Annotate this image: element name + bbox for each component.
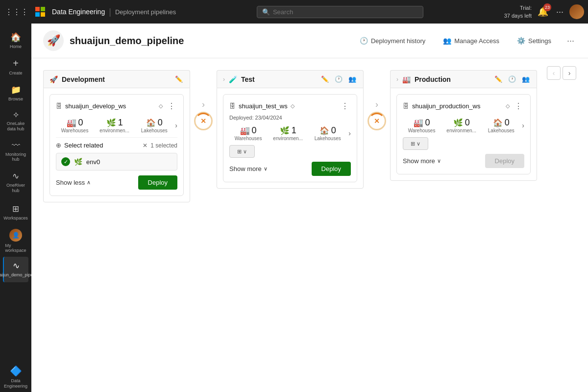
prod-compare-icon[interactable]: 👥	[521, 74, 531, 84]
select-related-label: Select related	[64, 142, 140, 149]
dev-workspace-menu[interactable]: ⋮	[166, 100, 177, 112]
user-avatar[interactable]	[569, 4, 584, 19]
compare-btn-prod[interactable]: ⊞ ∨	[403, 137, 428, 150]
warehouse-stat-icon-prod: 🏭	[414, 118, 423, 127]
stage-test: › 🧪 Test ✏️ 🕐 👥 🗄 shuaijun_test_ws ◇	[217, 70, 364, 189]
test-stage-arrow: ›	[223, 76, 225, 83]
selected-count-dev: 1 selected	[150, 142, 177, 149]
dev-diamond-icon: ◇	[159, 103, 163, 109]
sidebar-label-workspaces: Workspaces	[3, 216, 27, 220]
topbar-subtitle: Deployment pipelines	[115, 8, 176, 16]
show-more-btn-test[interactable]: Show more ∨	[229, 163, 268, 174]
workspace-header-dev: 🗄 shuaijun_develop_ws ◇ ⋮	[56, 100, 177, 112]
show-more-btn-prod[interactable]: Show more ∨	[403, 155, 441, 167]
workspace-name-dev: shuaijun_develop_ws	[65, 102, 156, 110]
sidebar-item-monitoring[interactable]: 〰 Monitoringhub	[3, 138, 28, 166]
sidebar-item-pipeline[interactable]: ∿ shuaijun_demo_pipeline	[3, 257, 28, 282]
sidebar-item-browse[interactable]: 📁 Browse	[3, 80, 28, 106]
stat-warehouses-dev: 🏭 0 Warehouses	[56, 118, 94, 133]
dev-edit-icon[interactable]: ✏️	[174, 74, 184, 84]
workspace-header-prod: 🗄 shuaijun_production_ws ◇ ⋮	[403, 100, 524, 112]
sidebar-item-my-workspace[interactable]: 👤 Myworkspace	[3, 226, 28, 256]
nav-next[interactable]: ›	[563, 66, 576, 80]
env-icon-dev: 🌿	[74, 158, 82, 166]
oneriver-icon: ∿	[12, 171, 19, 181]
warehouse-stat-icon-test: 🏭	[240, 126, 250, 135]
sidebar-item-home[interactable]: 🏠 Home	[3, 27, 28, 53]
settings-label: Settings	[528, 37, 551, 45]
stat-lakehouses-test: 🏠 0 Lakehouses	[309, 125, 346, 141]
test-workspace-menu[interactable]: ⋮	[339, 100, 351, 112]
workspace-icon-prod: 🗄	[403, 102, 409, 110]
settings-btn[interactable]: ⚙️ Settings	[513, 35, 555, 47]
env-label-prod: environmen...	[446, 128, 476, 133]
deploy-btn-dev[interactable]: Deploy	[138, 175, 177, 190]
prod-clock-icon[interactable]: 🕐	[507, 74, 517, 84]
deploy-btn-test[interactable]: Deploy	[312, 162, 351, 176]
deployment-history-btn[interactable]: 🕐 Deployment history	[356, 35, 429, 47]
status-spinner-test: ✕	[368, 112, 386, 130]
topbar-divider: |	[109, 7, 111, 17]
show-less-btn-dev[interactable]: Show less ∧	[56, 177, 91, 188]
search-box[interactable]: 🔍	[257, 6, 423, 18]
env-stat-icon-prod: 🌿	[453, 118, 463, 127]
prod-stage-icon: 🏭	[402, 75, 411, 83]
browse-icon: 📁	[11, 85, 21, 95]
close-selected-icon[interactable]: ✕	[143, 142, 147, 149]
stage-header-production: › 🏭 Production ✏️ 🕐 👥	[390, 70, 537, 88]
stage-body-development: 🗄 shuaijun_develop_ws ◇ ⋮ 🏭 0	[43, 88, 190, 202]
stage-body-production: 🗄 shuaijun_production_ws ◇ ⋮ 🏭 0	[390, 88, 537, 181]
show-more-label-test: Show more	[229, 165, 262, 172]
sidebar-item-onelake[interactable]: ⟡ OneLakedata hub	[3, 107, 28, 135]
test-clock-icon[interactable]: 🕐	[334, 74, 343, 84]
workspace-card-test: 🗄 shuaijun_test_ws ◇ ⋮ Deployed: 23/04/2…	[223, 94, 357, 182]
more-options-topbar[interactable]: ···	[554, 5, 565, 19]
stat-lakehouses-dev: 🏠 0 Lakehouses	[135, 118, 173, 133]
stage-development: 🚀 Development ✏️ 🗄 shuaijun_develop_ws ◇…	[43, 70, 190, 202]
prod-edit-icon[interactable]: ✏️	[493, 74, 503, 84]
sidebar-label-my-workspace: Myworkspace	[5, 243, 26, 253]
search-input[interactable]	[273, 8, 418, 16]
env-item-dev[interactable]: ✓ 🌿 env0	[56, 153, 177, 171]
nav-prev[interactable]: ‹	[547, 66, 561, 80]
stage-production: › 🏭 Production ✏️ 🕐 👥 🗄 shuaijun_product…	[390, 70, 537, 181]
workspace-card-prod: 🗄 shuaijun_production_ws ◇ ⋮ 🏭 0	[396, 94, 531, 174]
status-x-icon-test: ✕	[374, 117, 380, 125]
chevron-up-icon-dev: ∧	[87, 179, 91, 186]
sidebar-item-data-engineering[interactable]: 🔷 DataEngineering	[3, 362, 28, 392]
stats-arrow-test[interactable]: ›	[348, 129, 351, 137]
notif-badge: 23	[543, 3, 551, 11]
prod-stage-title: Production	[415, 75, 490, 83]
stats-arrow-dev[interactable]: ›	[175, 122, 177, 129]
prod-workspace-menu[interactable]: ⋮	[513, 100, 524, 112]
chevron-down-icon-test: ∨	[264, 166, 268, 172]
sidebar-item-workspaces[interactable]: ⊞ Workspaces	[3, 199, 28, 225]
warehouse-label-prod: Warehouses	[408, 128, 436, 133]
between-dev-test: › ✕	[190, 99, 217, 130]
arrow-right-dev-test: ›	[202, 99, 205, 110]
notification-bell[interactable]: 🔔 23	[536, 4, 550, 19]
env-count-test: 1	[292, 125, 296, 136]
more-options-header[interactable]: ···	[565, 34, 576, 48]
warehouse-count-dev: 0	[78, 118, 83, 128]
manage-access-btn[interactable]: 👥 Manage Access	[439, 35, 503, 47]
lakehouse-count-dev: 0	[158, 118, 163, 128]
stage-header-test: › 🧪 Test ✏️ 🕐 👥	[217, 70, 364, 88]
sidebar-item-oneriver[interactable]: ∿ OneRiverhub	[3, 168, 28, 196]
sidebar-label-oneriver: OneRiverhub	[6, 183, 25, 194]
chevron-down-icon-prod: ∨	[437, 158, 441, 164]
status-spinner-dev: ✕	[194, 112, 213, 130]
test-edit-icon[interactable]: ✏️	[320, 74, 330, 84]
compare-btn-test[interactable]: ⊞ ∨	[229, 145, 255, 158]
test-compare-icon[interactable]: 👥	[347, 74, 357, 84]
stats-arrow-prod[interactable]: ›	[522, 122, 524, 129]
sidebar-label-create: Create	[9, 71, 22, 75]
lakehouse-label-prod: Lakehouses	[488, 128, 514, 133]
select-related-icon-dev: ⊕	[56, 142, 61, 149]
env-label-dev: environmen...	[99, 128, 129, 133]
env-stat-icon-dev: 🌿	[106, 118, 116, 127]
warehouse-label-dev: Warehouses	[61, 128, 89, 133]
sidebar-item-create[interactable]: + Create	[3, 54, 28, 79]
dev-stage-title: Development	[62, 75, 170, 83]
grid-icon[interactable]: ⋮⋮⋮	[2, 4, 31, 20]
